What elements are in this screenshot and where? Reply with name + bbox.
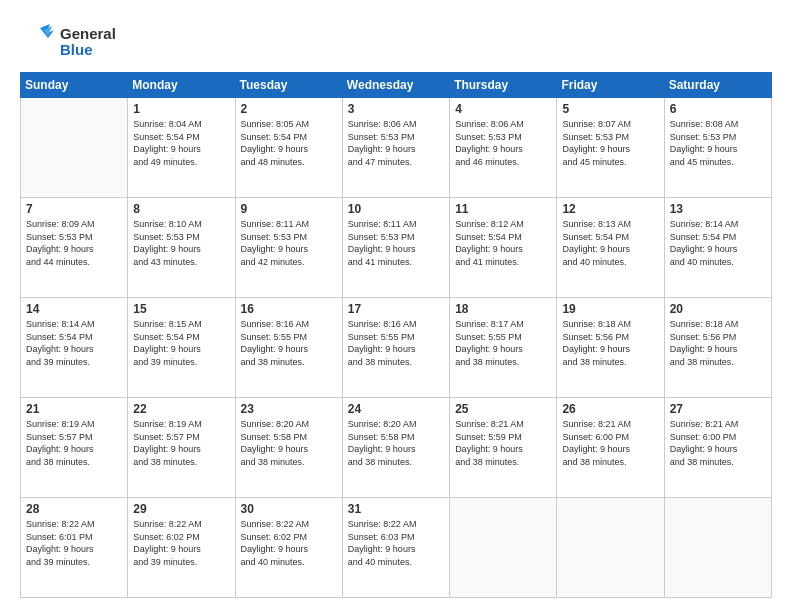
logo: General Blue <box>20 22 116 62</box>
day-cell: 3Sunrise: 8:06 AM Sunset: 5:53 PM Daylig… <box>342 98 449 198</box>
day-number: 2 <box>241 102 337 116</box>
day-number: 31 <box>348 502 444 516</box>
day-cell: 21Sunrise: 8:19 AM Sunset: 5:57 PM Dayli… <box>21 398 128 498</box>
day-cell: 20Sunrise: 8:18 AM Sunset: 5:56 PM Dayli… <box>664 298 771 398</box>
col-header-friday: Friday <box>557 73 664 98</box>
day-number: 18 <box>455 302 551 316</box>
day-info: Sunrise: 8:11 AM Sunset: 5:53 PM Dayligh… <box>348 218 444 268</box>
day-cell: 15Sunrise: 8:15 AM Sunset: 5:54 PM Dayli… <box>128 298 235 398</box>
day-number: 14 <box>26 302 122 316</box>
day-cell <box>21 98 128 198</box>
day-info: Sunrise: 8:19 AM Sunset: 5:57 PM Dayligh… <box>26 418 122 468</box>
day-cell: 11Sunrise: 8:12 AM Sunset: 5:54 PM Dayli… <box>450 198 557 298</box>
day-cell: 9Sunrise: 8:11 AM Sunset: 5:53 PM Daylig… <box>235 198 342 298</box>
col-header-tuesday: Tuesday <box>235 73 342 98</box>
day-cell: 6Sunrise: 8:08 AM Sunset: 5:53 PM Daylig… <box>664 98 771 198</box>
day-info: Sunrise: 8:04 AM Sunset: 5:54 PM Dayligh… <box>133 118 229 168</box>
day-number: 16 <box>241 302 337 316</box>
col-header-thursday: Thursday <box>450 73 557 98</box>
day-info: Sunrise: 8:14 AM Sunset: 5:54 PM Dayligh… <box>670 218 766 268</box>
day-cell: 26Sunrise: 8:21 AM Sunset: 6:00 PM Dayli… <box>557 398 664 498</box>
day-info: Sunrise: 8:06 AM Sunset: 5:53 PM Dayligh… <box>455 118 551 168</box>
day-cell <box>450 498 557 598</box>
week-row-2: 7Sunrise: 8:09 AM Sunset: 5:53 PM Daylig… <box>21 198 772 298</box>
day-cell: 28Sunrise: 8:22 AM Sunset: 6:01 PM Dayli… <box>21 498 128 598</box>
calendar-body: 1Sunrise: 8:04 AM Sunset: 5:54 PM Daylig… <box>21 98 772 598</box>
calendar: SundayMondayTuesdayWednesdayThursdayFrid… <box>20 72 772 598</box>
calendar-header-row: SundayMondayTuesdayWednesdayThursdayFrid… <box>21 73 772 98</box>
day-cell: 8Sunrise: 8:10 AM Sunset: 5:53 PM Daylig… <box>128 198 235 298</box>
day-number: 5 <box>562 102 658 116</box>
day-info: Sunrise: 8:15 AM Sunset: 5:54 PM Dayligh… <box>133 318 229 368</box>
day-info: Sunrise: 8:21 AM Sunset: 6:00 PM Dayligh… <box>562 418 658 468</box>
logo-line1: General <box>60 26 116 43</box>
day-info: Sunrise: 8:22 AM Sunset: 6:02 PM Dayligh… <box>133 518 229 568</box>
day-number: 26 <box>562 402 658 416</box>
day-cell: 10Sunrise: 8:11 AM Sunset: 5:53 PM Dayli… <box>342 198 449 298</box>
day-info: Sunrise: 8:22 AM Sunset: 6:03 PM Dayligh… <box>348 518 444 568</box>
day-number: 29 <box>133 502 229 516</box>
day-info: Sunrise: 8:22 AM Sunset: 6:02 PM Dayligh… <box>241 518 337 568</box>
day-cell: 30Sunrise: 8:22 AM Sunset: 6:02 PM Dayli… <box>235 498 342 598</box>
day-info: Sunrise: 8:16 AM Sunset: 5:55 PM Dayligh… <box>348 318 444 368</box>
day-info: Sunrise: 8:08 AM Sunset: 5:53 PM Dayligh… <box>670 118 766 168</box>
week-row-1: 1Sunrise: 8:04 AM Sunset: 5:54 PM Daylig… <box>21 98 772 198</box>
day-cell: 19Sunrise: 8:18 AM Sunset: 5:56 PM Dayli… <box>557 298 664 398</box>
page: General Blue SundayMondayTuesdayWednesda… <box>0 0 792 612</box>
day-cell: 29Sunrise: 8:22 AM Sunset: 6:02 PM Dayli… <box>128 498 235 598</box>
day-info: Sunrise: 8:10 AM Sunset: 5:53 PM Dayligh… <box>133 218 229 268</box>
day-info: Sunrise: 8:12 AM Sunset: 5:54 PM Dayligh… <box>455 218 551 268</box>
day-cell: 25Sunrise: 8:21 AM Sunset: 5:59 PM Dayli… <box>450 398 557 498</box>
day-number: 8 <box>133 202 229 216</box>
day-cell: 12Sunrise: 8:13 AM Sunset: 5:54 PM Dayli… <box>557 198 664 298</box>
day-info: Sunrise: 8:13 AM Sunset: 5:54 PM Dayligh… <box>562 218 658 268</box>
day-number: 19 <box>562 302 658 316</box>
day-info: Sunrise: 8:20 AM Sunset: 5:58 PM Dayligh… <box>348 418 444 468</box>
day-cell: 31Sunrise: 8:22 AM Sunset: 6:03 PM Dayli… <box>342 498 449 598</box>
day-info: Sunrise: 8:14 AM Sunset: 5:54 PM Dayligh… <box>26 318 122 368</box>
day-number: 17 <box>348 302 444 316</box>
week-row-4: 21Sunrise: 8:19 AM Sunset: 5:57 PM Dayli… <box>21 398 772 498</box>
day-info: Sunrise: 8:07 AM Sunset: 5:53 PM Dayligh… <box>562 118 658 168</box>
day-number: 10 <box>348 202 444 216</box>
day-info: Sunrise: 8:11 AM Sunset: 5:53 PM Dayligh… <box>241 218 337 268</box>
day-cell: 22Sunrise: 8:19 AM Sunset: 5:57 PM Dayli… <box>128 398 235 498</box>
day-cell: 14Sunrise: 8:14 AM Sunset: 5:54 PM Dayli… <box>21 298 128 398</box>
day-number: 28 <box>26 502 122 516</box>
week-row-3: 14Sunrise: 8:14 AM Sunset: 5:54 PM Dayli… <box>21 298 772 398</box>
day-number: 9 <box>241 202 337 216</box>
day-number: 13 <box>670 202 766 216</box>
header: General Blue <box>20 18 772 62</box>
day-info: Sunrise: 8:19 AM Sunset: 5:57 PM Dayligh… <box>133 418 229 468</box>
day-number: 4 <box>455 102 551 116</box>
day-info: Sunrise: 8:18 AM Sunset: 5:56 PM Dayligh… <box>562 318 658 368</box>
day-number: 15 <box>133 302 229 316</box>
logo-bird-icon <box>20 22 56 58</box>
day-number: 25 <box>455 402 551 416</box>
col-header-monday: Monday <box>128 73 235 98</box>
day-cell <box>664 498 771 598</box>
day-info: Sunrise: 8:17 AM Sunset: 5:55 PM Dayligh… <box>455 318 551 368</box>
day-cell: 7Sunrise: 8:09 AM Sunset: 5:53 PM Daylig… <box>21 198 128 298</box>
calendar-table: SundayMondayTuesdayWednesdayThursdayFrid… <box>20 72 772 598</box>
day-info: Sunrise: 8:16 AM Sunset: 5:55 PM Dayligh… <box>241 318 337 368</box>
day-cell <box>557 498 664 598</box>
day-number: 20 <box>670 302 766 316</box>
day-number: 23 <box>241 402 337 416</box>
day-info: Sunrise: 8:18 AM Sunset: 5:56 PM Dayligh… <box>670 318 766 368</box>
day-number: 22 <box>133 402 229 416</box>
day-cell: 24Sunrise: 8:20 AM Sunset: 5:58 PM Dayli… <box>342 398 449 498</box>
day-info: Sunrise: 8:22 AM Sunset: 6:01 PM Dayligh… <box>26 518 122 568</box>
day-cell: 17Sunrise: 8:16 AM Sunset: 5:55 PM Dayli… <box>342 298 449 398</box>
day-cell: 4Sunrise: 8:06 AM Sunset: 5:53 PM Daylig… <box>450 98 557 198</box>
day-info: Sunrise: 8:09 AM Sunset: 5:53 PM Dayligh… <box>26 218 122 268</box>
day-number: 11 <box>455 202 551 216</box>
day-number: 6 <box>670 102 766 116</box>
logo-line2: Blue <box>60 42 116 59</box>
day-number: 24 <box>348 402 444 416</box>
day-cell: 13Sunrise: 8:14 AM Sunset: 5:54 PM Dayli… <box>664 198 771 298</box>
day-cell: 23Sunrise: 8:20 AM Sunset: 5:58 PM Dayli… <box>235 398 342 498</box>
day-number: 7 <box>26 202 122 216</box>
day-cell: 16Sunrise: 8:16 AM Sunset: 5:55 PM Dayli… <box>235 298 342 398</box>
col-header-sunday: Sunday <box>21 73 128 98</box>
